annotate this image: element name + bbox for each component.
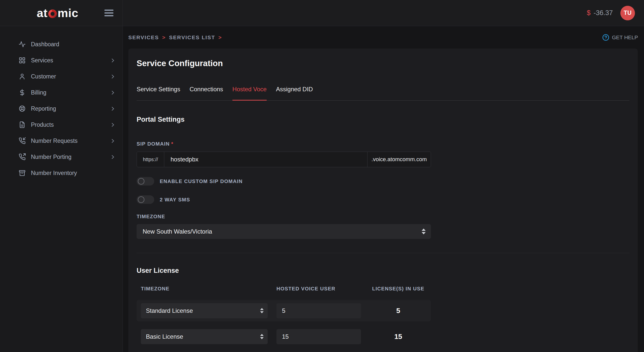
lifebuoy-icon <box>19 105 26 112</box>
breadcrumb-services-list[interactable]: SERVICES LIST <box>169 34 215 40</box>
user-license-heading: User License <box>137 267 629 275</box>
col-timezone: TIMEZONE <box>141 286 268 292</box>
service-configuration-card: Service Configuration Service Settings C… <box>128 49 638 352</box>
chevron-right-icon <box>110 58 114 62</box>
sidebar-item-number-porting[interactable]: Number Porting <box>0 149 123 165</box>
sip-domain-prefix: https:// <box>137 152 164 167</box>
balance-amount: -36.37 <box>593 9 613 17</box>
sidebar-item-dashboard[interactable]: Dashboard <box>0 36 123 52</box>
enable-custom-sip-domain-label: ENABLE CUSTOM SIP DOMAIN <box>160 179 243 184</box>
two-way-sms-row: 2 WAY SMS <box>137 195 629 204</box>
avatar[interactable]: TU <box>620 6 635 20</box>
license-type-select[interactable]: Standard License <box>141 303 268 318</box>
main-content: SERVICES > SERVICES LIST > GET HELP Serv… <box>123 26 644 352</box>
tab-bar: Service Settings Connections Hosted Voce… <box>137 86 629 101</box>
chevron-right-icon <box>110 123 114 127</box>
license-type-select[interactable]: Basic License <box>141 329 268 344</box>
timezone-value: New South Wales/Victoria <box>143 228 212 235</box>
breadcrumb-separator-icon: > <box>162 34 166 40</box>
tab-service-settings[interactable]: Service Settings <box>137 86 180 101</box>
portal-settings-heading: Portal Settings <box>137 116 629 123</box>
select-arrows-icon <box>422 229 426 234</box>
sip-domain-suffix: .voice.atomcomm.com <box>367 152 431 167</box>
dollar-icon <box>19 89 26 96</box>
sidebar-item-products[interactable]: Products <box>0 117 123 133</box>
topbar: $ -36.37 TU <box>123 0 644 26</box>
grid-icon <box>19 57 26 64</box>
sip-domain-field-group: https:// .voice.atomcomm.com <box>137 152 431 167</box>
license-row-2: Basic License 15 <box>137 326 431 347</box>
archive-icon <box>19 169 26 177</box>
breadcrumb: SERVICES > SERVICES LIST > <box>128 34 222 40</box>
licenses-in-use-value: 5 <box>370 307 427 315</box>
chevron-right-icon <box>110 107 114 111</box>
file-text-icon <box>19 121 26 128</box>
sidebar: Dashboard Services Customer Billing <box>0 26 123 352</box>
content-header: SERVICES > SERVICES LIST > GET HELP <box>123 26 644 49</box>
sidebar-item-services[interactable]: Services <box>0 52 123 68</box>
col-licenses-in-use: LICENSE(S) IN USE <box>370 286 427 292</box>
sidebar-item-customer[interactable]: Customer <box>0 68 123 84</box>
sidebar-item-number-inventory[interactable]: Number Inventory <box>0 165 123 181</box>
section-divider <box>137 253 629 253</box>
page-title: Service Configuration <box>137 59 629 68</box>
select-arrows-icon <box>260 334 264 339</box>
chevron-right-icon <box>110 155 114 159</box>
sidebar-item-billing[interactable]: Billing <box>0 84 123 101</box>
sidebar-item-reporting[interactable]: Reporting <box>0 101 123 117</box>
tab-connections[interactable]: Connections <box>189 86 223 101</box>
user-icon <box>19 73 26 80</box>
hosted-voice-user-input[interactable] <box>276 303 361 318</box>
help-icon <box>602 34 609 41</box>
sip-domain-input[interactable] <box>164 152 367 167</box>
topbar-logo-area: at mic <box>0 0 123 26</box>
required-asterisk: * <box>171 141 174 147</box>
enable-custom-sip-domain-toggle[interactable] <box>137 177 154 186</box>
chevron-right-icon <box>110 91 114 95</box>
custom-sip-domain-row: ENABLE CUSTOM SIP DOMAIN <box>137 177 629 186</box>
two-way-sms-toggle[interactable] <box>137 195 154 204</box>
hosted-voice-user-input[interactable] <box>276 329 361 344</box>
timezone-label: TIMEZONE <box>137 214 629 219</box>
get-help-button[interactable]: GET HELP <box>602 34 638 41</box>
logo-o-icon <box>48 9 57 18</box>
breadcrumb-separator-icon: > <box>218 34 222 40</box>
activity-icon <box>19 41 26 48</box>
licenses-in-use-value: 15 <box>370 333 427 341</box>
atomic-logo: at mic <box>37 6 78 20</box>
chevron-right-icon <box>110 139 114 143</box>
get-help-label: GET HELP <box>612 34 638 40</box>
tab-hosted-voce[interactable]: Hosted Voce <box>232 86 267 101</box>
license-table-header: TIMEZONE HOSTED VOICE USER LICENSE(S) IN… <box>137 286 431 292</box>
select-arrows-icon <box>260 308 264 313</box>
account-balance: $ -36.37 <box>587 9 613 17</box>
two-way-sms-label: 2 WAY SMS <box>160 197 190 203</box>
phone-incoming-icon <box>19 137 26 144</box>
dollar-icon: $ <box>587 9 590 17</box>
phone-outgoing-icon <box>19 153 26 160</box>
tab-assigned-did[interactable]: Assigned DID <box>276 86 313 101</box>
chevron-right-icon <box>110 74 114 78</box>
logo-text-post: mic <box>58 6 78 20</box>
app-window: at mic $ -36.37 TU <box>0 0 644 352</box>
sidebar-item-number-requests[interactable]: Number Requests <box>0 133 123 149</box>
logo-text-pre: at <box>37 6 48 20</box>
col-hosted-voice-user: HOSTED VOICE USER <box>276 286 361 292</box>
breadcrumb-services[interactable]: SERVICES <box>128 34 159 40</box>
timezone-select[interactable]: New South Wales/Victoria <box>137 224 431 239</box>
menu-icon[interactable] <box>103 8 115 18</box>
sip-domain-label: SIP DOMAIN* <box>137 141 629 147</box>
license-row-1: Standard License 5 <box>137 300 431 321</box>
